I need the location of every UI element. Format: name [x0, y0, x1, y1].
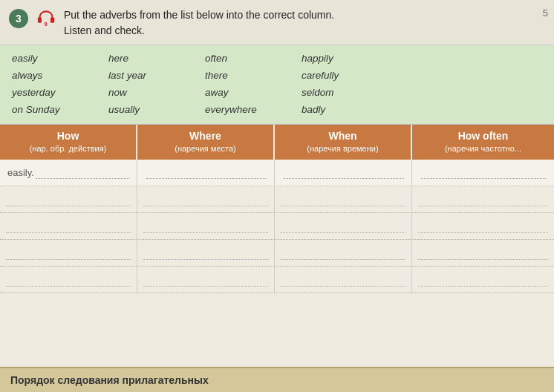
- word-item: always: [12, 68, 108, 84]
- instruction-line2: Listen and check.: [64, 23, 545, 39]
- word-item: seldom: [302, 85, 450, 101]
- header-when: When (наречия времени): [275, 125, 412, 160]
- word-item: now: [108, 85, 205, 101]
- table-row-3: [0, 213, 554, 240]
- word-item: last year: [108, 68, 205, 84]
- header-where-main: Where: [189, 129, 221, 144]
- svg-rect-1: [50, 17, 54, 23]
- table-cell-4-1[interactable]: [0, 240, 137, 266]
- header-how-often-sub: (наречия частотно...: [445, 143, 521, 154]
- word-column-4: happily carefully seldom badly: [302, 51, 450, 118]
- dotted-line: [284, 178, 404, 179]
- table-cell-5-1[interactable]: [0, 267, 137, 293]
- audio-icon[interactable]: 9: [36, 9, 56, 27]
- word-item: easily: [12, 51, 108, 67]
- table-cell-4-4[interactable]: [412, 240, 554, 266]
- header-when-sub: (наречия времени): [307, 143, 378, 154]
- word-item: there: [205, 68, 302, 84]
- word-column-1: easily always yesterday on Sunday: [12, 51, 108, 118]
- header-how-main: How: [57, 129, 79, 144]
- word-item: yesterday: [12, 85, 108, 101]
- table-cell-4-3[interactable]: [275, 240, 412, 266]
- word-item: often: [205, 51, 302, 67]
- word-item: happily: [302, 51, 450, 67]
- table-cell-1-2[interactable]: [137, 160, 275, 186]
- cell-text-easily: easily.: [7, 167, 34, 178]
- table-cell-2-1[interactable]: [0, 186, 137, 212]
- word-column-2: here last year now usually: [108, 51, 205, 118]
- table-cell-2-3[interactable]: [275, 186, 412, 212]
- table-cell-2-2[interactable]: [137, 186, 275, 212]
- table-cell-1-1[interactable]: easily.: [0, 160, 137, 186]
- table-cell-4-2[interactable]: [137, 240, 275, 266]
- table-row-2: [0, 186, 554, 213]
- header-where-sub: (наречия места): [175, 143, 236, 154]
- table-area: How (нар. обр. действия) Where (наречия …: [0, 125, 554, 293]
- table-cell-2-4[interactable]: [412, 186, 554, 212]
- header-how-often-main: How often: [458, 129, 509, 144]
- bottom-section: Порядок следования прилагательных: [0, 367, 554, 392]
- page: 5 3 9 Put the adverbs from the list belo…: [0, 0, 554, 392]
- instruction-text: Put the adverbs from the list below into…: [64, 7, 545, 39]
- svg-rect-0: [38, 17, 42, 23]
- page-number: 5: [543, 7, 548, 19]
- dotted-line: [421, 178, 547, 179]
- table-cell-3-4[interactable]: [412, 213, 554, 239]
- table-row-4: [0, 240, 554, 267]
- bottom-title: Порядок следования прилагательных: [10, 374, 544, 386]
- table-row-5: [0, 267, 554, 293]
- header-how-often: How often (наречия частотно...: [412, 125, 554, 160]
- dotted-line: [36, 178, 129, 179]
- word-column-3: often there away everywhere: [205, 51, 302, 118]
- task-number: 3: [9, 9, 28, 28]
- word-item: here: [108, 51, 205, 67]
- table-cell-3-2[interactable]: [137, 213, 275, 239]
- table-cell-3-1[interactable]: [0, 213, 137, 239]
- word-item: badly: [302, 102, 450, 118]
- table-cell-1-3[interactable]: [275, 160, 412, 186]
- instruction-line1: Put the adverbs from the list below into…: [64, 7, 545, 23]
- word-item: everywhere: [205, 102, 302, 118]
- table-cell-5-2[interactable]: [137, 267, 275, 293]
- dotted-line: [146, 178, 267, 179]
- table-header: How (нар. обр. действия) Where (наречия …: [0, 125, 554, 160]
- table-cell-5-3[interactable]: [275, 267, 412, 293]
- table-cell-1-4[interactable]: [412, 160, 554, 186]
- table-cell-5-4[interactable]: [412, 267, 554, 293]
- word-list-area: easily always yesterday on Sunday here l…: [0, 45, 554, 125]
- word-item: usually: [108, 102, 205, 118]
- word-item: away: [205, 85, 302, 101]
- word-item: on Sunday: [12, 102, 108, 118]
- header-how: How (нар. обр. действия): [0, 125, 137, 160]
- header-how-sub: (нар. обр. действия): [30, 143, 107, 154]
- word-item: carefully: [302, 68, 450, 84]
- header-when-main: When: [328, 129, 356, 144]
- header-where: Where (наречия места): [137, 125, 275, 160]
- table-row-1: easily.: [0, 160, 554, 186]
- svg-text:9: 9: [44, 21, 47, 27]
- instruction-area: 3 9 Put the adverbs from the list below …: [0, 0, 554, 45]
- table-cell-3-3[interactable]: [275, 213, 412, 239]
